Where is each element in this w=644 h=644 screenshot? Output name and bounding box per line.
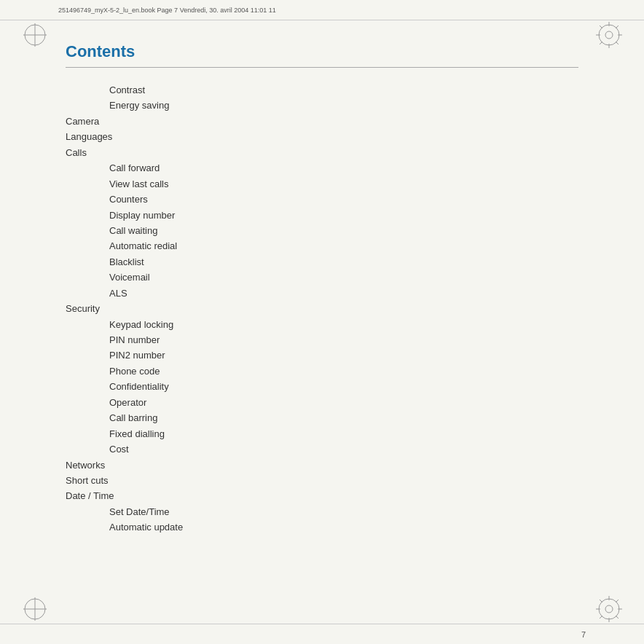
list-item: Short cuts (66, 473, 578, 488)
corner-top-right (594, 20, 624, 50)
list-item: Keypad locking (66, 317, 578, 332)
page: 251496749_myX-5-2_lu_en.book Page 7 Vend… (0, 0, 644, 644)
contents-list: ContrastEnergy savingCameraLanguagesCall… (66, 82, 578, 535)
list-item: ALS (66, 286, 578, 301)
svg-line-11 (600, 42, 602, 44)
list-item: Fixed dialling (66, 426, 578, 441)
svg-line-10 (616, 25, 619, 28)
list-item: Phone code (66, 364, 578, 379)
list-item: Counters (66, 192, 578, 207)
svg-point-12 (605, 31, 613, 39)
list-item: Date / Time (66, 488, 578, 503)
list-item: Blacklist (66, 254, 578, 270)
list-item: Call forward (66, 160, 578, 176)
list-item: Operator (66, 395, 578, 410)
svg-point-25 (605, 605, 613, 613)
corner-bottom-right (594, 594, 624, 624)
list-item: Calls (66, 145, 578, 160)
footer-bar: 7 (0, 624, 644, 644)
content-area: Contents ContrastEnergy savingCameraLang… (51, 20, 593, 624)
svg-line-23 (616, 600, 619, 602)
list-item: Call barring (66, 410, 578, 425)
svg-line-24 (600, 616, 602, 619)
page-number: 7 (581, 630, 586, 639)
page-title: Contents (66, 42, 578, 61)
list-item: PIN2 number (66, 347, 578, 363)
list-item: Confidentiality (66, 379, 578, 394)
svg-line-8 (600, 25, 602, 28)
svg-line-22 (616, 616, 619, 619)
list-item: Contrast (66, 82, 578, 98)
list-item: Set Date/Time (66, 504, 578, 519)
list-item: Networks (66, 458, 578, 473)
list-item: Voicemail (66, 270, 578, 285)
corner-top-left (20, 20, 50, 50)
svg-line-21 (600, 600, 602, 602)
list-item: Display number (66, 208, 578, 223)
title-divider (66, 67, 578, 68)
list-item: Cost (66, 441, 578, 457)
list-item: View last calls (66, 176, 578, 192)
list-item: Energy saving (66, 98, 578, 113)
corner-bottom-left (20, 594, 50, 624)
list-item: Security (66, 301, 578, 316)
list-item: Camera (66, 114, 578, 129)
header-bar: 251496749_myX-5-2_lu_en.book Page 7 Vend… (0, 0, 644, 20)
list-item: Languages (66, 129, 578, 144)
svg-line-9 (616, 42, 619, 44)
list-item: Call waiting (66, 223, 578, 238)
list-item: Automatic redial (66, 238, 578, 254)
header-text: 251496749_myX-5-2_lu_en.book Page 7 Vend… (58, 7, 276, 14)
list-item: PIN number (66, 332, 578, 347)
list-item: Automatic update (66, 519, 578, 535)
